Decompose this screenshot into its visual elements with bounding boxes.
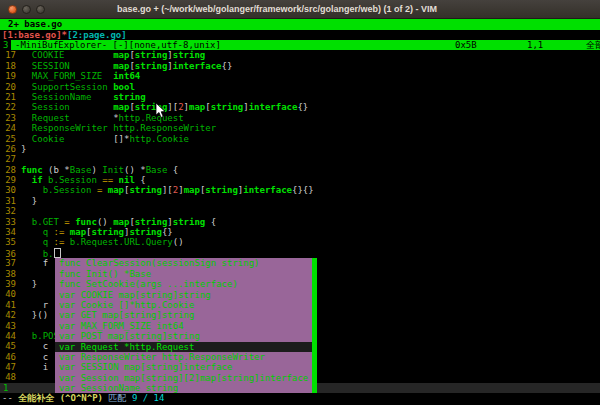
completion-item[interactable]: var Session map[string][2]map[string]int… [55,373,317,383]
completion-mode-message: 全能补全 (^O^N^P) [18,393,108,403]
buffer-tab-base-go[interactable]: [1:base.go]* [2,30,67,40]
code-line[interactable]: 32 [0,206,600,216]
line-number: 35 [0,237,16,247]
line-number: 43 [0,321,16,331]
line-number: 17 [0,50,16,60]
line-number: 28 [0,165,16,175]
mbe-scroll-indicator: 全部 [586,40,600,50]
minimize-button[interactable] [22,5,31,14]
completion-item[interactable]: var SessionName string [55,383,317,393]
code-line[interactable]: 23 Request *http.Request [0,113,600,123]
line-number: 31 [0,196,16,206]
line-number: 18 [0,61,16,71]
completion-item[interactable]: var COOKIE map[string]string [55,290,317,300]
line-number: 46 [0,352,16,362]
code-line[interactable]: 25 Cookie []*http.Cookie [0,134,600,144]
code-line[interactable]: 35 q := b.Request.URL.Query() [0,237,600,247]
code-line[interactable]: 22 Session map[string][2]map[string]inte… [0,102,600,112]
window-titlebar[interactable]: base.go + (~/work/web/golanger/framework… [0,0,600,19]
line-number: 32 [0,206,16,216]
vim-window: 2+ base.go [1:base.go]*[2:page.go] 3 -Mi… [0,19,600,405]
code-line[interactable]: 21 SessionName string [0,92,600,102]
completion-item[interactable]: var ResponseWriter http.ResponseWriter [55,352,317,362]
line-number: 40 [0,289,16,299]
popup-scrollbar[interactable] [312,258,317,393]
line-number: 47 [0,362,16,372]
command-line: -- 全能补全 (^O^N^P) 匹配 9 / 14 [0,393,600,405]
code-line[interactable]: 30 b.Session = map[string][2]map[string]… [0,185,600,195]
line-number: 48 [0,372,16,382]
code-line[interactable]: 20 SupportSession bool [0,82,600,92]
line-number: 29 [0,175,16,185]
buffer-tab-page-go[interactable]: [2:page.go] [67,30,127,40]
code-line[interactable]: 27 [0,154,600,164]
close-button[interactable] [8,5,17,14]
code-line[interactable]: 26} [0,144,600,154]
minibufexplorer-statusline: 3 -MiniBufExplorer- [-][none,utf-8,unix]… [0,40,600,50]
line-number: 33 [0,217,16,227]
window-buttons [8,5,45,14]
line-number: 19 [0,71,16,81]
completion-popup: func ClearSession(sessionSign string)fun… [55,258,317,393]
mbe-statusline-bar: -MiniBufExplorer- [-][none,utf-8,unix]0x… [11,40,600,50]
code-line[interactable]: 36 b. [0,248,600,258]
code-line[interactable]: 19 MAX_FORM_SIZE int64 [0,71,600,81]
line-number: 37 [0,258,16,268]
completion-item[interactable]: func SetCookie(args ...interface) [55,279,317,289]
line-number: 44 [0,331,16,341]
completion-item[interactable]: var MAX_FORM_SIZE int64 [55,321,317,331]
code-line[interactable]: 29 if b.Session == nil { [0,175,600,185]
completion-item[interactable]: var Cookie []*http.Cookie [55,300,317,310]
mbe-buffer-number: 3 [3,40,8,50]
text-cursor [54,248,61,258]
line-number: 41 [0,300,16,310]
main-buffer-number: 1 [3,383,8,393]
completion-items: func ClearSession(sessionSign string)fun… [55,258,317,393]
line-number: 21 [0,92,16,102]
completion-item[interactable]: var GET map[string]string [55,310,317,320]
line-number: 39 [0,279,16,289]
completion-item[interactable]: func Init() *Base [55,269,317,279]
code-line[interactable]: 33 b.GET = func() map[string]string { [0,217,600,227]
vim-tabline[interactable]: 2+ base.go [0,19,600,30]
line-number: 38 [0,269,16,279]
completion-item[interactable]: var POST map[string]string [55,331,317,341]
code-line[interactable]: 28func (b *Base) Init() *Base { [0,165,600,175]
completion-item[interactable]: var SESSION map[string]interface [55,362,317,372]
code-line[interactable]: 17 COOKIE map[string]string [0,50,600,60]
mbe-statusline-text: -MiniBufExplorer- [-][none,utf-8,unix] [15,40,221,50]
minibufexplorer-buffer-list: [1:base.go]*[2:page.go] [0,30,600,40]
line-number: 26 [0,144,16,154]
line-number: 25 [0,134,16,144]
match-label: 匹配 [108,393,131,403]
code-line[interactable]: 24 ResponseWriter http.ResponseWriter [0,123,600,133]
window-title: base.go + (~/work/web/golanger/framework… [117,4,437,14]
completion-item[interactable]: func ClearSession(sessionSign string) [55,258,317,268]
line-number: 45 [0,341,16,351]
mouse-cursor-icon [155,103,167,119]
code-line[interactable]: 31 } [0,196,600,206]
completion-item-selected[interactable]: var Request *http.Request [55,342,317,352]
match-count: 9 / 14 [132,393,165,403]
line-number: 24 [0,123,16,133]
line-number: 30 [0,185,16,195]
code-line[interactable]: 18 SESSION map[string]interface{} [0,61,600,71]
line-number: 27 [0,154,16,164]
line-number: 23 [0,113,16,123]
mbe-hex-value: 0x5B [455,40,477,50]
code-editor[interactable]: 17 COOKIE map[string]string18 SESSION ma… [0,50,600,383]
mbe-cursor-position: 1,1 [527,40,543,50]
maximize-button[interactable] [36,5,45,14]
line-number: 22 [0,102,16,112]
line-number: 20 [0,82,16,92]
line-number: 42 [0,310,16,320]
line-number: 34 [0,227,16,237]
code-line[interactable]: 34 q := map[string]string{} [0,227,600,237]
